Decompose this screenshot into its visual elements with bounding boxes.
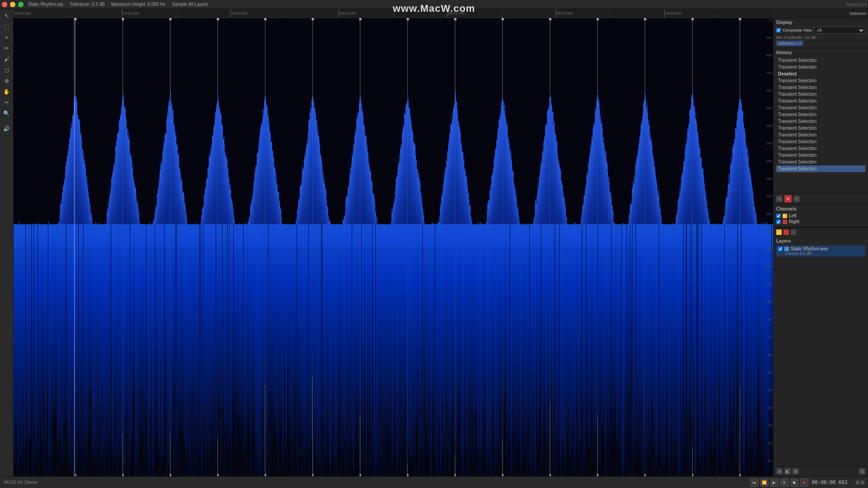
pen-tool[interactable]: ✏ [2, 43, 12, 53]
layers-section: Layers Static Rhythm.wav volume 6.0 dB [774, 237, 868, 259]
channel-checkbox-0[interactable] [776, 214, 781, 218]
select-tool[interactable]: ⬚ [2, 22, 12, 32]
expand-icon[interactable]: ⊡ [859, 468, 865, 474]
right-action-expand[interactable]: ⊡ [859, 468, 865, 474]
lasso-tool[interactable]: ⌖ [2, 33, 12, 42]
transport-record[interactable]: ⏺ [800, 479, 808, 487]
history-item-10[interactable]: Transient Selection [776, 125, 865, 131]
main-area: ↖ ⬚ ⌖ ✏ 🖌 ◻ ⊕ ✋ ✂ 🔍 🔊 1k9008007006005004… [0, 9, 868, 476]
min-amplitude-row: Min Amplitude: -51 dB [776, 35, 865, 40]
speaker-tool[interactable]: 🔊 [2, 124, 12, 134]
history-add-icon[interactable]: + [793, 196, 800, 202]
channel-name-1: Right [789, 219, 799, 224]
history-item-12[interactable]: Transient Selection [776, 138, 865, 145]
layer-icon-0 [784, 247, 789, 251]
right-panel: Selection Display Composite View All Sel… [773, 9, 868, 476]
maximize-btn[interactable] [18, 2, 24, 7]
display-title: Display [776, 20, 865, 25]
transport-back[interactable]: ⏪ [760, 479, 769, 487]
minimize-btn[interactable] [10, 2, 15, 7]
meter-1 [856, 481, 859, 484]
right-panel-bottom: ⊕ ◧ ⊞ ⊡ [774, 466, 868, 476]
selection-badge: Selection x 2 [776, 41, 803, 46]
history-item-11[interactable]: Transient Selection [776, 131, 865, 138]
layer-checkbox-0[interactable] [778, 247, 783, 251]
layer-name-0: Static Rhythm.wav [791, 246, 828, 251]
history-item-5[interactable]: Transient Selection [776, 91, 865, 98]
right-action-btn-1[interactable]: ⊕ [776, 468, 783, 474]
history-section: History Transient SelectionTransient Sel… [774, 48, 868, 193]
channel-name-0: Left [789, 213, 797, 218]
history-item-6[interactable]: Transient Selection [776, 98, 865, 104]
history-deselect[interactable]: Deselect [776, 70, 865, 77]
composite-view-checkbox[interactable] [776, 28, 781, 33]
right-action-btn-2[interactable]: ◧ [784, 468, 791, 474]
right-info-bar: Selection [774, 9, 868, 18]
timeline-ruler [14, 9, 773, 18]
history-item-13[interactable]: Transient Selection [776, 145, 865, 152]
channel-color-1 [783, 220, 787, 224]
history-item-3[interactable]: Transient Selection [776, 77, 865, 84]
magnify-tool[interactable]: 🔍 [2, 108, 12, 118]
transport-rewind[interactable]: ⏮ [750, 479, 759, 487]
file-name: Static Rhythm.sip [28, 2, 63, 7]
ruler-canvas [14, 9, 773, 18]
right-action-btn-3[interactable]: ⊞ [793, 468, 799, 474]
transport-pause[interactable]: ⏸ [780, 479, 788, 487]
history-list: Transient SelectionTransient SelectionDe… [776, 57, 865, 172]
layer-color-red [783, 230, 789, 235]
eraser-tool[interactable]: ◻ [2, 65, 12, 75]
status-text: 44100 Hz Stereo [4, 480, 38, 485]
waveform-area[interactable]: 1k90080070060050040034030026023020018016… [14, 18, 773, 476]
history-item-0[interactable]: Transient Selection [776, 57, 865, 64]
history-action-icons: ◁ ✕ + [774, 193, 868, 204]
composite-view-label: Composite View [783, 28, 812, 33]
history-item-7[interactable]: Transient Selection [776, 104, 865, 111]
zoom-tool[interactable]: ⊕ [2, 76, 12, 86]
channel-row-1[interactable]: Right [776, 219, 865, 224]
waveform-canvas [14, 18, 773, 476]
selection-info-text: Selection [849, 11, 866, 16]
history-item-15[interactable]: Transient Selection [776, 159, 865, 165]
history-delete-icon[interactable]: ✕ [784, 195, 792, 202]
brush-tool[interactable]: 🖌 [2, 54, 12, 64]
history-item-9[interactable]: Transient Selection [776, 118, 865, 125]
history-back-icon[interactable]: ◁ [776, 196, 783, 202]
transport-controls: ⏮ ⏪ ▶ ⏸ ⏹ ⏺ 00:00:00.662 [750, 479, 848, 487]
history-item-1[interactable]: Transient Selection [776, 64, 865, 70]
channel-checkbox-1[interactable] [776, 220, 781, 224]
top-toolbar: Static Rhythm.sip Tolerance: 0.3 dB Maxi… [0, 0, 868, 9]
history-item-8[interactable]: Transient Selection [776, 111, 865, 118]
channels-list: Left Right [776, 213, 865, 224]
history-item-16[interactable]: Transient Selection [776, 165, 865, 172]
history-item-4[interactable]: Transient Selection [776, 84, 865, 91]
left-panel: ↖ ⬚ ⌖ ✏ 🖌 ◻ ⊕ ✋ ✂ 🔍 🔊 [0, 9, 14, 476]
transport-play[interactable]: ▶ [770, 479, 778, 487]
close-btn[interactable] [2, 2, 7, 7]
layer-sub-0: volume 6.0 dB [785, 251, 863, 256]
bottom-bar: 44100 Hz Stereo ⏮ ⏪ ▶ ⏸ ⏹ ⏺ 00:00:00.662 [0, 476, 868, 488]
transport-stop[interactable]: ⏹ [790, 479, 798, 487]
composite-view-row: Composite View All Selected [776, 27, 865, 34]
meter-2 [861, 481, 864, 484]
history-item-14[interactable]: Transient Selection [776, 152, 865, 159]
layer-color-yellow [776, 230, 782, 235]
tolerance-label: Tolerance: 0.3 dB [70, 2, 105, 7]
channel-row-0[interactable]: Left [776, 213, 865, 218]
meter-indicators [856, 481, 864, 484]
transport-time: 00:00:00.662 [812, 479, 848, 485]
min-amplitude-label: Min Amplitude: -51 dB [776, 35, 816, 40]
slice-tool[interactable]: ✂ [2, 98, 12, 108]
layer-color-gray [791, 230, 796, 235]
timestamp: 2024/01/14 [846, 2, 866, 7]
layers-title: Layers [776, 239, 865, 244]
channels-section: Channels Left Right [774, 204, 868, 227]
hand-tool[interactable]: ✋ [2, 87, 12, 97]
pointer-tool[interactable]: ↖ [2, 11, 12, 21]
layer-row-0[interactable]: Static Rhythm.wav volume 6.0 dB [776, 245, 865, 257]
layers-list: Static Rhythm.wav volume 6.0 dB [776, 245, 865, 257]
channel-color-0 [783, 214, 787, 218]
display-section: Display Composite View All Selected Min … [774, 18, 868, 48]
composite-view-dropdown[interactable]: All Selected [814, 27, 865, 34]
layer-action-icons [774, 227, 868, 237]
